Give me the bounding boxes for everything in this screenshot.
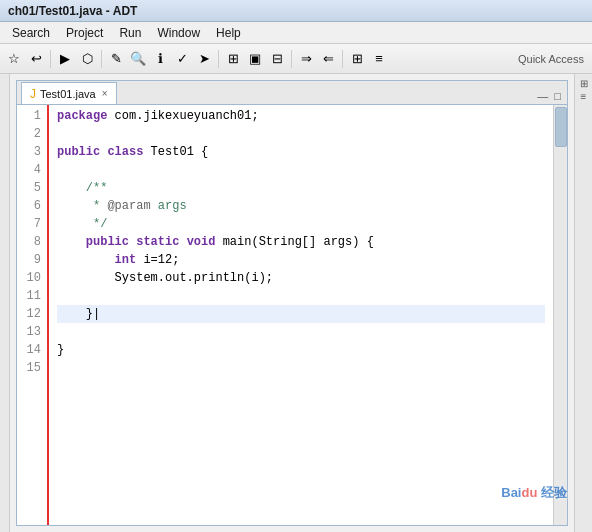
toolbar-icon-box1[interactable]: ⊞ [223, 49, 243, 69]
toolbar-sep-5 [342, 50, 343, 68]
toolbar-icon-search[interactable]: 🔍 [128, 49, 148, 69]
toolbar-icon-grid[interactable]: ⊞ [347, 49, 367, 69]
tab-close-button[interactable]: × [102, 88, 108, 99]
line-num-10: 10 [17, 269, 41, 287]
line-num-2: 2 [17, 125, 41, 143]
code-line-6: * @param args [57, 197, 545, 215]
toolbar-icon-arrow[interactable]: ➤ [194, 49, 214, 69]
code-editor[interactable]: package com.jikexueyuanch01; public clas… [49, 105, 553, 525]
editor-body: 1 2 3 4 5 6 7 8 9 10 11 12 13 14 15 pack… [17, 105, 567, 525]
toolbar-icon-hex[interactable]: ⬡ [77, 49, 97, 69]
code-line-14: } [57, 341, 545, 359]
code-line-13 [57, 323, 545, 341]
tab-controls: — □ [535, 88, 567, 104]
right-panel: ⊞ ≡ [574, 74, 592, 532]
toolbar-sep-4 [291, 50, 292, 68]
menu-window[interactable]: Window [149, 24, 208, 42]
toolbar: ☆ ↩ ▶ ⬡ ✎ 🔍 ℹ ✓ ➤ ⊞ ▣ ⊟ ⇒ ⇐ ⊞ ≡ Quick Ac… [0, 44, 592, 74]
tab-bar: J Test01.java × — □ [17, 81, 567, 105]
toolbar-icon-edit[interactable]: ✎ [106, 49, 126, 69]
toolbar-icon-check[interactable]: ✓ [172, 49, 192, 69]
menu-bar: Search Project Run Window Help [0, 22, 592, 44]
line-num-7: 7 [17, 215, 41, 233]
code-line-11 [57, 287, 545, 305]
line-num-12: 12 [17, 305, 41, 323]
toolbar-icon-list[interactable]: ≡ [369, 49, 389, 69]
toolbar-icons: ☆ ↩ ▶ ⬡ ✎ 🔍 ℹ ✓ ➤ ⊞ ▣ ⊟ ⇒ ⇐ ⊞ ≡ [4, 49, 588, 69]
tab-minimize-btn[interactable]: — [535, 88, 550, 104]
code-line-10: System.out.println(i); [57, 269, 545, 287]
line-num-5: 5 [17, 179, 41, 197]
line-num-13: 13 [17, 323, 41, 341]
line-num-14: 14 [17, 341, 41, 359]
code-line-9: int i=12; [57, 251, 545, 269]
title-bar: ch01/Test01.java - ADT [0, 0, 592, 22]
right-panel-icon-2[interactable]: ≡ [581, 91, 587, 102]
watermark-text: Baidu 经验 [501, 485, 567, 500]
tab-java-icon: J [30, 87, 36, 101]
code-line-7: */ [57, 215, 545, 233]
code-line-12: }| [57, 305, 545, 323]
editor-tab[interactable]: J Test01.java × [21, 82, 117, 104]
code-line-3: public class Test01 { [57, 143, 545, 161]
code-line-15 [57, 359, 545, 377]
menu-help[interactable]: Help [208, 24, 249, 42]
code-line-2 [57, 125, 545, 143]
code-line-4 [57, 161, 545, 179]
code-line-5: /** [57, 179, 545, 197]
line-num-8: 8 [17, 233, 41, 251]
line-num-1: 1 [17, 107, 41, 125]
editor-container: J Test01.java × — □ 1 2 3 4 5 6 7 8 9 [16, 80, 568, 526]
line-num-4: 4 [17, 161, 41, 179]
quick-access-label: Quick Access [518, 53, 584, 65]
toolbar-icon-undo[interactable]: ↩ [26, 49, 46, 69]
line-num-9: 9 [17, 251, 41, 269]
toolbar-icon-back[interactable]: ⇐ [318, 49, 338, 69]
tab-maximize-btn[interactable]: □ [552, 88, 563, 104]
line-num-3: 3 [17, 143, 41, 161]
watermark: Baidu 经验 [501, 483, 567, 502]
toolbar-icon-run[interactable]: ▶ [55, 49, 75, 69]
line-num-15: 15 [17, 359, 41, 377]
line-num-6: 6 [17, 197, 41, 215]
code-line-1: package com.jikexueyuanch01; [57, 107, 545, 125]
editor-scrollbar[interactable] [553, 105, 567, 525]
toolbar-sep-1 [50, 50, 51, 68]
code-line-8: public static void main(String[] args) { [57, 233, 545, 251]
toolbar-icon-star[interactable]: ☆ [4, 49, 24, 69]
tab-filename: Test01.java [40, 88, 96, 100]
right-panel-icon-1[interactable]: ⊞ [580, 78, 588, 89]
toolbar-icon-box3[interactable]: ⊟ [267, 49, 287, 69]
line-numbers: 1 2 3 4 5 6 7 8 9 10 11 12 13 14 15 [17, 105, 49, 525]
toolbar-icon-info[interactable]: ℹ [150, 49, 170, 69]
left-sidebar [0, 74, 10, 532]
toolbar-sep-3 [218, 50, 219, 68]
title-bar-text: ch01/Test01.java - ADT [8, 4, 137, 18]
menu-project[interactable]: Project [58, 24, 111, 42]
menu-run[interactable]: Run [111, 24, 149, 42]
menu-search[interactable]: Search [4, 24, 58, 42]
toolbar-icon-box2[interactable]: ▣ [245, 49, 265, 69]
line-num-11: 11 [17, 287, 41, 305]
scrollbar-thumb[interactable] [555, 107, 567, 147]
toolbar-icon-fwd[interactable]: ⇒ [296, 49, 316, 69]
toolbar-sep-2 [101, 50, 102, 68]
